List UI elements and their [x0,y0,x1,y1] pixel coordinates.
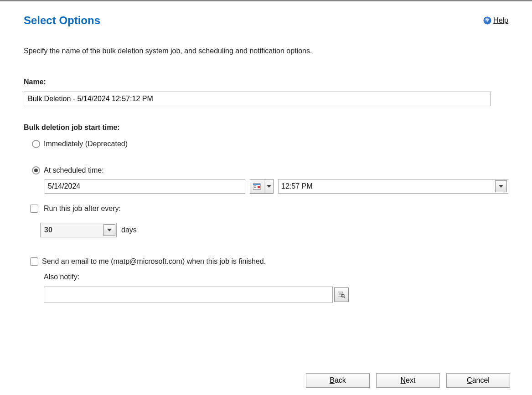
lookup-button[interactable] [334,287,349,302]
interval-unit: days [121,226,137,234]
radio-immediately-label: Immediately (Deprecated) [44,140,128,148]
time-select[interactable]: 12:57 PM [278,179,508,194]
recur-checkbox[interactable] [30,205,38,213]
back-button[interactable]: Back [306,373,370,388]
recur-label: Run this job after every: [44,205,121,213]
radio-immediately[interactable] [32,140,40,148]
calendar-picker-button[interactable] [250,179,274,194]
start-time-label: Bulk deletion job start time: [24,123,508,132]
page-description: Specify the name of the bulk deletion sy… [24,47,508,55]
svg-rect-4 [253,184,260,185]
svg-rect-9 [255,187,256,188]
interval-dropdown-button[interactable] [103,224,115,236]
svg-text:?: ? [486,18,489,23]
name-input[interactable] [24,92,491,106]
name-label: Name: [24,78,508,86]
chevron-down-icon [267,185,271,188]
also-notify-label: Also notify: [44,273,508,281]
also-notify-input[interactable] [44,287,333,303]
help-link[interactable]: ? Help [483,16,508,25]
svg-rect-5 [258,186,260,188]
radio-scheduled[interactable] [32,166,40,174]
radio-scheduled-label: At scheduled time: [44,166,104,174]
time-value: 12:57 PM [279,182,494,190]
cancel-button[interactable]: Cancel [446,373,510,388]
interval-select[interactable]: 30 [40,223,117,237]
scheduled-date-input[interactable] [45,179,245,194]
svg-rect-6 [254,185,255,186]
svg-rect-7 [255,185,256,186]
time-dropdown-button[interactable] [495,180,507,192]
help-icon: ? [483,16,491,25]
svg-rect-8 [254,187,255,188]
email-checkbox[interactable] [30,257,38,266]
next-button[interactable]: Next [376,373,440,388]
page-title: Select Options [24,14,100,27]
help-label: Help [493,16,508,25]
interval-value: 30 [41,226,103,234]
lookup-icon [338,292,345,298]
svg-line-14 [344,297,345,298]
calendar-icon [253,183,261,190]
email-label: Send an email to me (matp@microsoft.com)… [42,257,266,266]
chevron-down-icon [107,229,112,231]
chevron-down-icon [499,185,503,188]
